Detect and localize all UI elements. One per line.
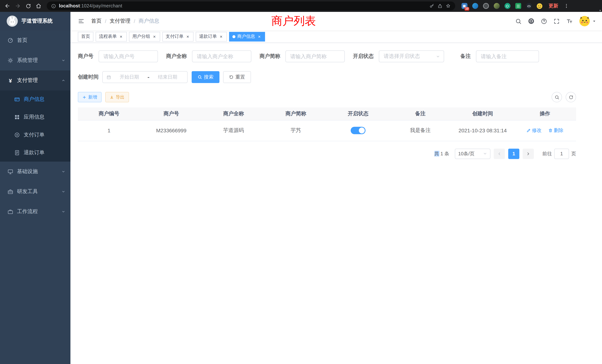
forward-button[interactable] (13, 1, 23, 11)
cell-remark: 我是备注 (389, 120, 452, 141)
site-info-icon[interactable] (51, 3, 56, 8)
chevron-down-icon (62, 190, 65, 193)
refresh-icon (569, 95, 573, 99)
bookmark-star-icon[interactable] (446, 3, 451, 9)
browser-chrome: localhost:1024/pay/merchant 10 (0, 0, 602, 12)
sidebar-item-refund-order[interactable]: 退款订单 (0, 144, 70, 162)
extension-icon-avatar[interactable] (491, 1, 502, 11)
tab-label: 支付订单 (166, 33, 183, 40)
tab-home[interactable]: 首页 (78, 32, 93, 41)
extension-icon-green-square[interactable] (513, 1, 523, 11)
sidebar-item-label: 支付订单 (24, 132, 44, 138)
font-size-button[interactable] (566, 18, 573, 24)
refresh-icon (229, 75, 234, 79)
tab-user-group[interactable]: 用户分组 × (129, 32, 160, 41)
password-key-icon[interactable] (429, 3, 434, 9)
col-status: 开启状态 (327, 107, 389, 120)
delete-link[interactable]: 删除 (548, 127, 563, 134)
extension-icon-yellow-face[interactable] (534, 1, 545, 11)
user-avatar-menu[interactable] (579, 16, 596, 27)
browser-update-button[interactable]: 更新 (549, 3, 558, 9)
tab-pay-order[interactable]: 支付订单 × (162, 32, 194, 41)
url-bar[interactable]: localhost:1024/pay/merchant (47, 1, 455, 10)
app-logo[interactable]: 芋道管理系统 (0, 12, 70, 30)
extension-icon-knot[interactable] (523, 1, 534, 11)
sidebar-item-payment[interactable]: ¥ 支付管理 (0, 70, 70, 90)
gear-icon (7, 58, 13, 63)
page-number-button[interactable]: 1 (508, 149, 519, 159)
card-icon (14, 97, 20, 102)
extension-icon-dark-circle[interactable] (480, 1, 491, 11)
sidebar-item-pay-order[interactable]: 支付订单 (0, 126, 70, 144)
tab-merchant-info[interactable]: 商户信息 × (229, 32, 265, 41)
page-size-select[interactable]: 10条/页 (455, 149, 490, 159)
short-name-input[interactable] (285, 50, 345, 62)
dashboard-icon (7, 38, 13, 43)
grid-icon (14, 115, 20, 120)
tab-close-icon[interactable]: × (152, 34, 157, 39)
edit-icon (526, 128, 531, 133)
full-name-label: 商户全称 (166, 53, 187, 60)
extension-icon-puzzle[interactable]: 10 (459, 1, 470, 11)
add-button[interactable]: 新增 (78, 92, 102, 102)
home-button[interactable] (33, 1, 44, 11)
edit-link[interactable]: 修改 (526, 127, 542, 134)
full-name-input[interactable] (192, 50, 251, 62)
github-link[interactable] (528, 18, 535, 24)
header-search-button[interactable] (515, 18, 522, 24)
merchant-table: 商户编号 商户号 商户全称 商户简称 开启状态 备注 创建时间 操作 1 (78, 107, 576, 141)
status-toggle-on[interactable] (351, 127, 366, 134)
status-select[interactable]: 请选择开启状态 (379, 50, 444, 62)
prev-page-button[interactable] (494, 149, 505, 159)
fullscreen-button[interactable] (553, 18, 560, 24)
tab-refund-order[interactable]: 退款订单 × (196, 32, 227, 41)
merchant-no-input[interactable] (99, 50, 158, 62)
sidebar-item-app-info[interactable]: 应用信息 (0, 108, 70, 126)
col-short-name: 商户简称 (265, 107, 327, 120)
browser-menu-button[interactable] (561, 1, 572, 11)
date-start-placeholder: 开始日期 (113, 74, 145, 80)
toolbox-icon (7, 189, 13, 194)
calendar-icon (106, 75, 111, 79)
toggle-search-button[interactable] (552, 92, 562, 102)
sidebar-item-label: 应用信息 (24, 114, 44, 120)
navbar-actions (515, 16, 596, 27)
search-button[interactable]: 搜索 (192, 71, 219, 83)
tab-close-icon[interactable]: × (219, 34, 224, 39)
export-button[interactable]: 导出 (105, 92, 129, 102)
share-icon[interactable] (437, 3, 443, 9)
sidebar-item-dev-tools[interactable]: 研发工具 (0, 182, 70, 202)
extension-icon-green-circle[interactable] (502, 1, 513, 11)
refresh-table-button[interactable] (566, 92, 576, 102)
tab-close-icon[interactable]: × (185, 34, 190, 39)
sidebar-item-system[interactable]: 系统管理 (0, 50, 70, 70)
help-button[interactable] (541, 18, 547, 24)
sidebar-item-home[interactable]: 首页 (0, 30, 70, 50)
sidebar-item-merchant-info[interactable]: 商户信息 (0, 90, 70, 108)
sidebar-item-workflow[interactable]: 工作流程 (0, 202, 70, 222)
breadcrumb-item[interactable]: 首页 (91, 18, 102, 24)
sidebar-item-infrastructure[interactable]: 基础设施 (0, 162, 70, 182)
next-page-button[interactable] (523, 149, 534, 159)
document-icon (14, 150, 20, 155)
sidebar-item-label: 系统管理 (17, 57, 38, 64)
sidebar-item-label: 退款订单 (24, 149, 44, 156)
chevron-down-icon (62, 59, 65, 62)
page-annotation: 商户列表 (271, 13, 316, 29)
tab-process-form[interactable]: 流程表单 × (96, 32, 127, 41)
tab-close-icon[interactable]: × (119, 34, 123, 39)
extension-icon-drop[interactable] (470, 1, 480, 11)
home-icon (36, 3, 42, 9)
remark-input[interactable] (476, 50, 539, 62)
back-button[interactable] (2, 1, 13, 11)
reload-button[interactable] (23, 1, 33, 11)
hamburger-icon (78, 18, 85, 24)
breadcrumb-item[interactable]: 支付管理 (110, 18, 130, 24)
sidebar-collapse-button[interactable] (76, 16, 86, 26)
reset-button[interactable]: 重置 (223, 71, 251, 83)
goto-page-input[interactable] (554, 149, 569, 159)
create-time-range-picker[interactable]: 开始日期 - 结束日期 (102, 71, 188, 83)
reload-icon (25, 3, 31, 9)
tab-close-icon[interactable]: × (257, 34, 262, 39)
breadcrumb: 首页 / 支付管理 / 商户信息 (91, 18, 159, 24)
